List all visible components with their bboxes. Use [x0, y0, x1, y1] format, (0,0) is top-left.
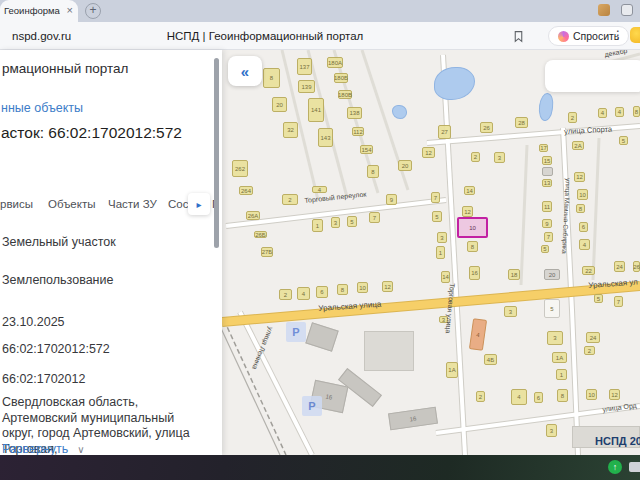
- map-parcel[interactable]: 7: [614, 296, 623, 307]
- map-parcel[interactable]: 26Б: [254, 231, 267, 238]
- map-parcel[interactable]: 26: [480, 122, 493, 133]
- map-parcel[interactable]: 9: [542, 219, 552, 228]
- map-parcel[interactable]: 4: [615, 107, 624, 117]
- map-parcel[interactable]: 3: [331, 217, 340, 228]
- map-parcel[interactable]: 4Б: [484, 354, 497, 365]
- map-parcel[interactable]: 4: [312, 186, 327, 193]
- map-parcel[interactable]: 12: [462, 206, 473, 217]
- map-parcel[interactable]: 12: [574, 172, 585, 182]
- menu-icon[interactable]: ⋮: [612, 28, 624, 42]
- map-parcel[interactable]: 180В: [338, 90, 352, 99]
- map-parcel[interactable]: 5: [541, 245, 549, 253]
- scrollbar[interactable]: [214, 58, 219, 248]
- new-tab-button[interactable]: +: [85, 3, 101, 19]
- map-parcel[interactable]: 11: [542, 201, 552, 212]
- map-parcel[interactable]: 3: [546, 424, 557, 437]
- bookmark-icon[interactable]: [512, 29, 525, 47]
- map-parcel[interactable]: 16: [469, 266, 480, 280]
- map-parcel[interactable]: 143: [318, 128, 333, 147]
- map-parcel[interactable]: 12: [609, 389, 620, 400]
- map-parcel[interactable]: 4: [511, 389, 527, 405]
- map-parcel[interactable]: 180Б: [334, 73, 348, 83]
- map-parcel[interactable]: 10: [577, 189, 588, 200]
- map-parcel[interactable]: 138: [347, 107, 362, 119]
- map-parcel[interactable]: 4: [598, 108, 607, 118]
- sidebar-tab[interactable]: Объекты: [48, 198, 95, 210]
- map-parcel[interactable]: 22: [582, 266, 595, 275]
- map-parcel[interactable]: 112: [352, 127, 364, 136]
- map-parcel[interactable]: 137: [297, 58, 312, 75]
- map-parcel[interactable]: 264: [239, 186, 253, 195]
- map-parcel[interactable]: 5: [544, 299, 560, 318]
- tab-strip-icon-b[interactable]: [621, 4, 633, 16]
- map-parcel[interactable]: 7: [369, 212, 380, 223]
- map-parcel[interactable]: 14: [441, 271, 450, 283]
- map-parcel[interactable]: 2: [476, 391, 485, 402]
- map-parcel[interactable]: 7: [544, 232, 553, 242]
- map-parcel[interactable]: 20: [272, 97, 287, 112]
- map-parcel[interactable]: 7: [431, 192, 440, 203]
- browser-tab[interactable]: Геоинформаци ×: [0, 0, 78, 22]
- map-parcel[interactable]: 12: [382, 281, 393, 292]
- map-parcel[interactable]: 24: [614, 261, 625, 272]
- sidebar-tab[interactable]: Части ЗУ: [108, 198, 157, 210]
- expand-link[interactable]: Развернуть∨: [2, 442, 85, 456]
- map-parcel[interactable]: 3: [437, 232, 447, 243]
- map-parcel[interactable]: 1: [312, 219, 323, 232]
- selected-objects-link[interactable]: нные объекты: [1, 101, 83, 115]
- map-parcel[interactable]: 8: [337, 284, 348, 295]
- map-parcel[interactable]: 10: [357, 282, 368, 293]
- map-parcel[interactable]: 12: [422, 147, 435, 158]
- map-parcel[interactable]: 15: [542, 156, 552, 165]
- map-parcel[interactable]: 32: [283, 122, 298, 138]
- map-parcel[interactable]: 13: [542, 179, 552, 187]
- map-parcel[interactable]: 28: [515, 117, 528, 128]
- map-parcel[interactable]: 5: [347, 216, 357, 227]
- map-parcel[interactable]: 20: [544, 269, 560, 280]
- map-parcel[interactable]: 2: [471, 152, 480, 162]
- map-search-box[interactable]: [545, 60, 640, 92]
- map-parcel[interactable]: 1: [436, 246, 445, 259]
- sidebar-tab[interactable]: рвисы: [0, 198, 33, 210]
- map-parcel[interactable]: 9: [386, 194, 397, 205]
- map-parcel[interactable]: 139: [298, 80, 315, 93]
- map-parcel[interactable]: 2: [568, 112, 577, 123]
- map-parcel[interactable]: 262: [232, 160, 248, 177]
- map-parcel[interactable]: 180А: [327, 57, 343, 68]
- tab-scroll-button[interactable]: ▸: [188, 193, 210, 215]
- map-parcel[interactable]: 8: [557, 389, 568, 402]
- map-parcel[interactable]: 2: [584, 346, 595, 355]
- map-parcel[interactable]: 154: [360, 145, 373, 154]
- map-parcel[interactable]: 5: [432, 211, 442, 222]
- map-parcel[interactable]: 6: [534, 392, 543, 403]
- selected-parcel[interactable]: 10: [457, 217, 488, 238]
- map-parcel[interactable]: 4: [297, 287, 310, 300]
- map-parcel[interactable]: 8: [576, 204, 585, 213]
- map-parcel[interactable]: 5: [594, 294, 603, 303]
- map-canvas[interactable]: « НСПД 20 1616PP82032262137139141143180А…: [222, 50, 640, 455]
- map-parcel[interactable]: 4: [579, 239, 590, 250]
- map-parcel[interactable]: 1: [556, 369, 567, 380]
- profile-icon[interactable]: [630, 27, 640, 43]
- map-parcel[interactable]: 1А: [552, 352, 567, 363]
- tray-status-icon[interactable]: ↑: [608, 460, 622, 474]
- map-parcel[interactable]: 2А: [572, 141, 584, 150]
- map-parcel[interactable]: [542, 167, 553, 176]
- map-parcel[interactable]: 10: [586, 389, 597, 400]
- map-parcel[interactable]: 1А: [446, 362, 458, 378]
- map-parcel[interactable]: 26А: [246, 211, 260, 220]
- tray-icon[interactable]: [629, 462, 640, 472]
- map-parcel[interactable]: 2: [279, 289, 292, 300]
- map-parcel[interactable]: 3: [547, 331, 563, 345]
- map-parcel[interactable]: 20: [398, 160, 412, 171]
- map-parcel[interactable]: 2: [282, 194, 298, 205]
- close-icon[interactable]: ×: [67, 4, 73, 16]
- map-parcel[interactable]: 14: [464, 186, 475, 195]
- map-parcel[interactable]: 3: [504, 306, 517, 317]
- map-parcel[interactable]: 8: [633, 106, 640, 117]
- map-parcel[interactable]: 6: [579, 222, 588, 232]
- map-parcel[interactable]: 17: [539, 144, 548, 152]
- map-parcel[interactable]: 26: [633, 261, 640, 272]
- map-parcel[interactable]: 24: [586, 332, 600, 343]
- map-parcel[interactable]: 27Б: [261, 247, 273, 257]
